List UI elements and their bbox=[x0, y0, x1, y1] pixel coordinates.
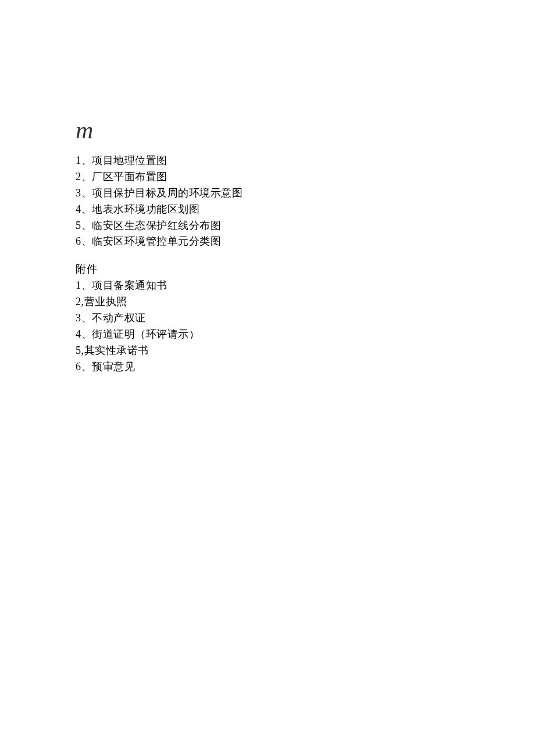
list-item: 2,营业执照 bbox=[76, 294, 535, 310]
section-1-list: 1、项目地理位置图 2、厂区平面布置图 3、项目保护目标及周的环境示意图 4、地… bbox=[76, 153, 535, 250]
list-item: 6、临安区环境管控单元分类图 bbox=[76, 234, 535, 250]
list-item: 4、街道证明（环评请示） bbox=[76, 327, 535, 343]
list-item: 6、预审意见 bbox=[76, 359, 535, 375]
section-2-list: 1、项目备案通知书 2,营业执照 3、不动产权证 4、街道证明（环评请示） 5,… bbox=[76, 278, 535, 375]
list-item: 1、项目地理位置图 bbox=[76, 153, 535, 169]
list-item: 5,其实性承诺书 bbox=[76, 343, 535, 359]
list-item: 3、项目保护目标及周的环境示意图 bbox=[76, 185, 535, 202]
list-item: 1、项目备案通知书 bbox=[76, 278, 535, 294]
section-2-title: 附件 bbox=[76, 261, 535, 278]
list-item: 2、厂区平面布置图 bbox=[76, 169, 535, 185]
list-item: 3、不动产权证 bbox=[76, 310, 535, 327]
list-item: 5、临安区生态保护红线分布图 bbox=[76, 218, 535, 234]
list-item: 4、地表水环境功能区划图 bbox=[76, 202, 535, 218]
page-heading: m bbox=[76, 116, 535, 144]
